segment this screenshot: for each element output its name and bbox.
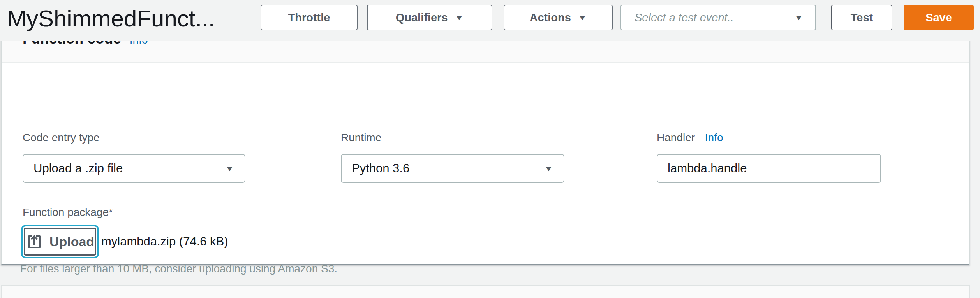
runtime-select[interactable]: Python 3.6 ▼ (341, 154, 564, 183)
function-code-card: Function code Info Code entry type Runti… (1, 23, 970, 265)
lambda-console-page: Function code Info Code entry type Runti… (0, 0, 980, 298)
qualifiers-button-label: Qualifiers (396, 11, 448, 24)
code-entry-type-value: Upload a .zip file (33, 161, 225, 175)
upload-button-label: Upload (49, 234, 94, 249)
caret-down-icon: ▼ (544, 165, 553, 173)
upload-button[interactable]: Upload (24, 228, 96, 256)
test-button-label: Test (851, 11, 873, 24)
function-package-label: Function package* (23, 206, 113, 219)
upload-icon (26, 233, 43, 250)
function-name-title: MyShimmedFunct... (7, 0, 215, 37)
uploaded-file-info: mylambda.zip (74.6 kB) (101, 228, 228, 256)
handler-input[interactable] (657, 154, 881, 183)
save-button-label: Save (925, 11, 952, 24)
qualifiers-dropdown-button[interactable]: Qualifiers ▼ (367, 5, 492, 30)
handler-info-link[interactable]: Info (705, 131, 723, 144)
caret-down-icon: ▼ (794, 14, 804, 22)
caret-down-icon: ▼ (225, 165, 234, 173)
test-event-select[interactable]: Select a test event.. ▼ (620, 5, 816, 30)
function-topbar: MyShimmedFunct... Throttle Qualifiers ▼ … (0, 0, 980, 41)
upload-help-text: For files larger than 10 MB, consider up… (20, 263, 337, 275)
test-event-placeholder: Select a test event.. (635, 11, 794, 24)
handler-label-group: Handler Info (657, 131, 723, 144)
handler-label: Handler (657, 131, 695, 144)
next-section-card (1, 285, 970, 298)
caret-down-icon: ▼ (578, 14, 587, 21)
test-button[interactable]: Test (831, 5, 892, 30)
code-entry-type-label: Code entry type (23, 131, 100, 144)
throttle-button-label: Throttle (288, 11, 330, 24)
save-button[interactable]: Save (904, 5, 974, 30)
throttle-button[interactable]: Throttle (261, 5, 358, 30)
caret-down-icon: ▼ (455, 14, 464, 21)
actions-button-label: Actions (529, 11, 571, 24)
runtime-value: Python 3.6 (352, 161, 544, 175)
runtime-label: Runtime (341, 131, 381, 144)
code-entry-type-select[interactable]: Upload a .zip file ▼ (23, 154, 245, 183)
actions-dropdown-button[interactable]: Actions ▼ (504, 5, 613, 30)
